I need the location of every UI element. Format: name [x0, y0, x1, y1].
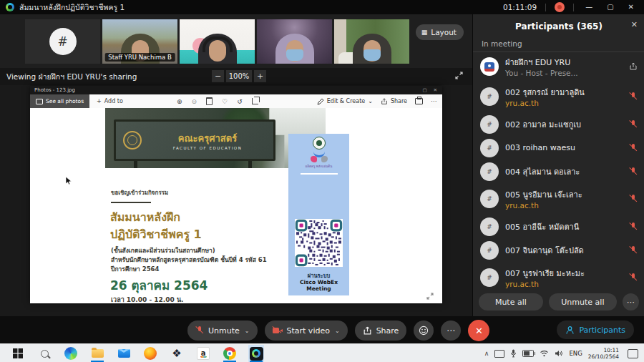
video-thumbnail-3[interactable] — [180, 19, 255, 64]
video-thumbnail-4[interactable] — [257, 19, 332, 64]
zoom-in-icon[interactable]: ⊕ — [177, 98, 182, 105]
meeting-timer: 01:11:09 — [503, 3, 537, 11]
photos-close-button[interactable]: ✕ — [434, 87, 437, 93]
photos-more-icon[interactable]: ⋯ — [431, 98, 436, 104]
photos-titlebar: Photos - 123.jpg ▢ ✕ — [30, 86, 442, 94]
display-tray-icon[interactable] — [494, 350, 504, 358]
zoom-out-icon[interactable]: ⊖ — [192, 98, 197, 105]
muted-mic-icon — [629, 222, 638, 231]
headphones — [203, 36, 233, 52]
leave-meeting-button[interactable]: ✕ — [468, 320, 489, 341]
favorite-icon[interactable]: ♡ — [222, 98, 228, 105]
chevron-down-icon[interactable]: ⌄ — [245, 328, 250, 334]
viewing-text: Viewing ฝ่ายฝึกฯ EDU YRU's sharing — [0, 71, 137, 83]
participant-row[interactable]: # 002 อามาล มะแซกูเบ — [473, 112, 644, 136]
microphone-tray-icon[interactable] — [510, 349, 517, 358]
maximize-button[interactable]: ▢ — [604, 0, 616, 14]
meeting-control-bar: Unmute ⌄ Start video ⌄ Share ⋯ ✕ — [0, 316, 644, 343]
participant-row[interactable]: # 002 รุสกรณ์ ยามาลูดิน yru.ac.th — [473, 81, 644, 112]
taskbar-dropbox[interactable]: ❖ — [169, 345, 185, 362]
participant-row[interactable]: # 007 จินดานุด โต๊ะปลัด — [473, 238, 644, 262]
unmute-all-button[interactable]: Unmute all — [549, 293, 617, 310]
meeting-title: สัมมนาหลังฝึกปฏิบัติวิชาชีพครู 1 — [19, 1, 125, 14]
share-button[interactable]: Share — [355, 321, 407, 341]
muted-mic-icon — [629, 195, 638, 203]
video-thumbnail-strip: # Staff YRU Nachima B ▦ Layout — [0, 14, 472, 67]
zoom-in-button[interactable]: + — [254, 70, 266, 82]
chevron-down-icon[interactable]: ⌄ — [335, 328, 340, 334]
panel-more-button[interactable]: ⋯ — [623, 293, 639, 310]
action-center-icon[interactable] — [628, 349, 638, 358]
rotate-icon[interactable]: ↺ — [237, 98, 243, 105]
volume-tray-icon[interactable] — [555, 350, 563, 357]
hash-avatar: # — [49, 28, 77, 55]
language-indicator[interactable]: ENG — [569, 350, 582, 357]
zoom-out-button[interactable]: − — [212, 70, 224, 82]
start-video-button[interactable]: Start video ⌄ — [265, 321, 348, 341]
avatar: # — [480, 217, 499, 236]
photo-expand-icon[interactable] — [426, 293, 434, 300]
video-name-label: Staff YRU Nachima B — [104, 53, 175, 62]
participant-row[interactable]: # 004 สุไลมาน ดอเลาะ — [473, 160, 644, 183]
taskbar-amazon[interactable]: a — [195, 345, 211, 362]
video-thumbnail-1[interactable]: # — [25, 19, 100, 64]
more-options-button[interactable]: ⋯ — [441, 321, 461, 341]
search-icon — [41, 350, 49, 358]
firefox-icon — [144, 347, 157, 360]
video-thumbnail-2[interactable]: Staff YRU Nachima B — [102, 19, 177, 64]
taskbar-chrome[interactable] — [222, 345, 238, 362]
layout-button[interactable]: ▦ Layout — [416, 24, 464, 40]
photos-restore-button[interactable]: ▢ — [422, 87, 426, 93]
participant-row-host[interactable]: ฝ่ายฝึกฯ EDU YRU You - Host - Prese... — [473, 52, 644, 81]
taskbar-firefox[interactable] — [142, 345, 158, 362]
muted-mic-icon — [629, 144, 638, 152]
taskbar-clock[interactable]: 10:11 26/10/2564 — [588, 347, 619, 360]
expand-view-icon[interactable] — [454, 71, 464, 80]
window-titlebar: สัมมนาหลังฝึกปฏิบัติวิชาชีพครู 1 01:11:0… — [0, 0, 644, 14]
divider — [301, 173, 338, 175]
edit-create-button[interactable]: Edit & Create ⌄ — [317, 98, 373, 105]
taskbar-webex-active[interactable] — [248, 345, 264, 362]
unmute-button[interactable]: Unmute ⌄ — [187, 321, 258, 341]
muted-mic-icon — [629, 92, 638, 101]
video-thumbnail-5[interactable] — [334, 19, 409, 64]
crop-icon[interactable] — [252, 98, 258, 104]
faculty-sign: คณะครุศาสตร์ FACULTY OF EDUCATION — [114, 119, 275, 161]
participant-video — [198, 34, 237, 64]
poster-title-line2: ปฏิบัติวิชาชีพครู 1 — [110, 225, 202, 243]
panel-close-icon[interactable]: ✕ — [631, 20, 638, 29]
battery-tray-icon[interactable] — [522, 350, 534, 357]
taskbar-mail[interactable] — [116, 345, 132, 362]
sign-thai-text: คณะครุศาสตร์ — [178, 131, 237, 146]
taskbar-edge[interactable] — [63, 345, 79, 362]
muted-mic-icon — [629, 120, 638, 129]
participants-toggle-button[interactable]: Participants — [557, 321, 634, 339]
amazon-icon: a — [197, 347, 210, 360]
print-icon[interactable] — [415, 98, 423, 104]
participant-row[interactable]: # 005 อาอีฉ๊ะ หมัดตานี — [473, 215, 644, 238]
poster-image: คณะครุศาสตร์ FACULTY OF EDUCATION ขอเชิญ… — [30, 108, 442, 303]
start-button[interactable] — [10, 345, 26, 362]
add-to-button[interactable]: + Add to — [89, 98, 123, 104]
tray-hidden-icons-chevron[interactable]: ∧ — [484, 350, 489, 357]
avatar: # — [480, 190, 499, 208]
layout-grid-icon: ▦ — [421, 29, 428, 36]
taskbar-search-button[interactable] — [36, 345, 52, 362]
participant-row[interactable]: # 007 นูรฟาเรีย มะหะมะ yru.ac.th — [473, 262, 644, 293]
taskbar-file-explorer[interactable] — [89, 345, 105, 362]
close-button[interactable]: ✕ — [625, 0, 637, 14]
logo-caption: ผลิตครู พลังแผ่นดิน — [288, 164, 349, 169]
participant-row[interactable]: # 003 roihan waesu — [473, 136, 644, 160]
delete-icon[interactable] — [206, 97, 213, 105]
reactions-button[interactable] — [414, 321, 434, 341]
participant-row[interactable]: # 005 นูรอีมาน เจ๊ะเลาะ yru.ac.th — [473, 183, 644, 215]
divider — [573, 4, 574, 11]
wifi-tray-icon[interactable] — [540, 350, 549, 357]
see-all-photos-button[interactable]: See all photos — [30, 94, 89, 108]
mute-all-button[interactable]: Mute all — [479, 293, 543, 310]
photos-share-button[interactable]: Share — [381, 98, 407, 105]
poster-subtitle1: (ขั้นสังเกตและมีส่วนร่วมในสถานศึกษา) — [111, 245, 215, 255]
participants-title: Participants (365) — [515, 21, 602, 31]
record-indicator-icon[interactable] — [555, 2, 565, 12]
minimize-button[interactable]: — — [582, 0, 595, 14]
